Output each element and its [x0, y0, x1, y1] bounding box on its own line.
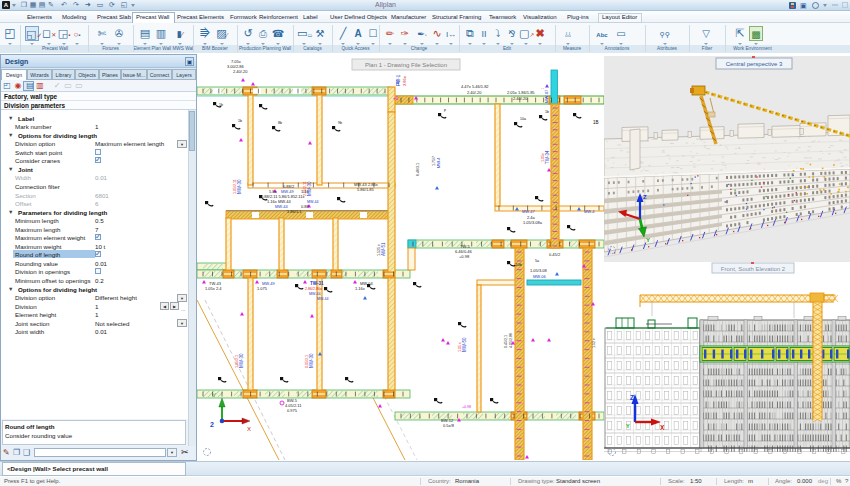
- svg-text:MW-47: MW-47: [522, 209, 536, 214]
- svg-text:4.05/2.86: 4.05/2.86: [509, 333, 513, 348]
- svg-text:1.05 x: 1.05 x: [458, 342, 462, 352]
- svg-text:1.05/3.08a: 1.05/3.08a: [523, 220, 543, 225]
- svg-text:MW-44: MW-44: [317, 297, 329, 301]
- svg-text:Z: Z: [630, 394, 634, 401]
- svg-text:8b: 8b: [278, 121, 282, 125]
- svg-text:N: N: [396, 80, 399, 85]
- svg-text:1b: 1b: [238, 119, 242, 123]
- svg-text:MW-07: MW-07: [544, 89, 549, 103]
- svg-text:1.05/2.1: 1.05/2.1: [235, 355, 239, 368]
- svg-text:0.975: 0.975: [287, 408, 298, 413]
- svg-text:X: X: [660, 424, 665, 431]
- svg-text:2: 2: [210, 421, 214, 428]
- svg-text:5.8x: 5.8x: [269, 189, 277, 194]
- svg-text:+0.98: +0.98: [462, 405, 471, 409]
- svg-text:MW-4: MW-4: [436, 157, 441, 168]
- svg-text:9b: 9b: [338, 121, 342, 125]
- svg-text:MW-4: MW-4: [584, 209, 595, 214]
- svg-text:MW-44: MW-44: [307, 200, 319, 204]
- svg-text:1.16x: 1.16x: [355, 286, 365, 291]
- svg-text:10b: 10b: [515, 262, 522, 267]
- svg-text:MW-30: MW-30: [309, 353, 314, 368]
- svg-text:Z: Z: [643, 194, 647, 200]
- svg-text:Central perspective 3: Central perspective 3: [726, 61, 783, 67]
- svg-text:AW-51: AW-51: [381, 242, 386, 256]
- svg-text:6.46/3.1: 6.46/3.1: [416, 163, 420, 176]
- svg-text:1.05/2.11: 1.05/2.11: [233, 179, 237, 194]
- svg-text:2.86x: 2.86x: [402, 76, 407, 86]
- svg-text:0.88/2: 0.88/2: [283, 184, 295, 189]
- svg-text:1.05x: 1.05x: [541, 153, 545, 162]
- svg-text:X: X: [247, 426, 251, 432]
- svg-text:0.45/2.1: 0.45/2.1: [504, 335, 508, 348]
- svg-text:10a: 10a: [520, 117, 526, 121]
- svg-text:0.05/2.1: 0.05/2.1: [305, 355, 309, 368]
- svg-text:Y: Y: [646, 237, 650, 243]
- svg-text:2.40/.20: 2.40/.20: [233, 69, 248, 74]
- svg-text:MW-44: MW-44: [309, 292, 321, 296]
- svg-text:2.86/2.86x: 2.86/2.86x: [305, 287, 322, 291]
- svg-text:1b: 1b: [545, 110, 549, 114]
- svg-text:5.86/1.85: 5.86/1.85: [357, 187, 374, 192]
- svg-text:+0: +0: [393, 96, 399, 101]
- svg-text:1.52 x: 1.52 x: [592, 338, 596, 348]
- svg-text:··: ··: [541, 85, 545, 91]
- svg-text:1b: 1b: [219, 103, 223, 107]
- svg-text:1.075: 1.075: [257, 286, 268, 291]
- svg-text:0.88: 0.88: [301, 204, 310, 209]
- svg-text:p: p: [444, 108, 446, 112]
- svg-text:2.40/.20: 2.40/.20: [513, 96, 528, 101]
- svg-text:1.525 x: 1.525 x: [377, 244, 381, 256]
- svg-text:2.05x 1.86/1.85: 2.05x 1.86/1.85: [507, 90, 535, 95]
- svg-text:MW-30: MW-30: [239, 353, 244, 368]
- svg-text:0.5x/8: 0.5x/8: [443, 423, 455, 428]
- svg-text:TW-31: TW-31: [310, 281, 324, 286]
- svg-text:2.40/.20: 2.40/.20: [467, 90, 482, 95]
- svg-text:0.45/2: 0.45/2: [549, 252, 561, 257]
- svg-text:2.11x: 2.11x: [295, 194, 305, 199]
- svg-text:TW-34: TW-34: [545, 150, 550, 164]
- svg-text:1.05/3.08: 1.05/3.08: [530, 268, 547, 273]
- svg-text:Plan 1 - Drawing File Selectio: Plan 1 - Drawing File Selection: [365, 62, 447, 68]
- svg-text:1B: 1B: [593, 120, 599, 125]
- svg-text:Front, South Elevation 2: Front, South Elevation 2: [721, 266, 786, 272]
- svg-text:MW-50: MW-50: [462, 337, 467, 352]
- svg-text:MW-30: MW-30: [237, 179, 242, 194]
- svg-text:5a: 5a: [535, 259, 539, 263]
- svg-text:MW-06: MW-06: [533, 274, 547, 279]
- svg-text:1.86/1.1: 1.86/1.1: [287, 209, 302, 214]
- svg-text:+0.98: +0.98: [459, 254, 470, 259]
- svg-text:4.47x 5.46/1.82: 4.47x 5.46/1.82: [461, 84, 489, 89]
- svg-text:1.05x 2.4: 1.05x 2.4: [205, 286, 222, 291]
- svg-text:Y: Y: [212, 392, 216, 398]
- svg-text:Y: Y: [626, 423, 630, 429]
